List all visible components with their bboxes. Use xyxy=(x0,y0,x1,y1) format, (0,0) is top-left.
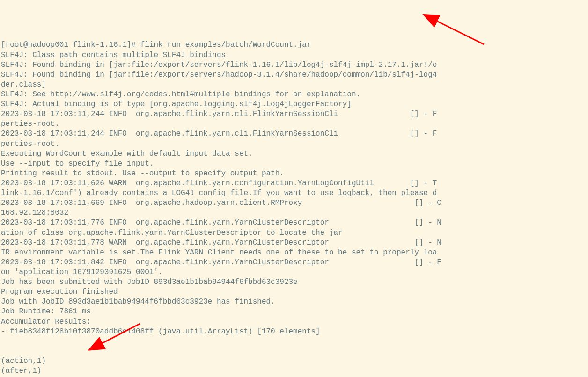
terminal-line: Program execution finished xyxy=(1,287,587,297)
terminal-line: link-1.16.1/conf') already contains a LO… xyxy=(1,188,587,198)
terminal-line: IR environment variable is set.The Flink… xyxy=(1,248,587,258)
terminal-line: Accumulator Results: xyxy=(1,317,587,327)
terminal-line: - f1eb8348f128b10f3870addb6e1408ff (java… xyxy=(1,327,587,337)
terminal-line: SLF4J: Found binding in [jar:file:/expor… xyxy=(1,60,587,70)
terminal-line: 2023-03-18 17:03:11,244 INFO org.apache.… xyxy=(1,129,587,139)
terminal-line: der.class] xyxy=(1,80,587,90)
terminal-line xyxy=(1,337,587,347)
terminal-line: 2023-03-18 17:03:11,626 WARN org.apache.… xyxy=(1,179,587,188)
terminal-line: SLF4J: Found binding in [jar:file:/expor… xyxy=(1,70,587,80)
terminal-line: 2023-03-18 17:03:11,842 INFO org.apache.… xyxy=(1,258,587,268)
terminal-line: Executing WordCount example with default… xyxy=(1,149,587,159)
terminal-line: Use --input to specify file input. xyxy=(1,159,587,169)
terminal-line: Job with JobID 893d3ae1b1bab94944f6fbbd6… xyxy=(1,297,587,307)
terminal-line: perties-root. xyxy=(1,119,587,129)
terminal-line: Job has been submitted with JobID 893d3a… xyxy=(1,277,587,287)
terminal-line: ation of class org.apache.flink.yarn.Yar… xyxy=(1,228,587,238)
terminal-line: SLF4J: Class path contains multiple SLF4… xyxy=(1,51,587,60)
terminal-line: (action,1) xyxy=(1,356,587,366)
terminal-line: on 'application_1679129391625_0001'. xyxy=(1,268,587,277)
terminal-line: Printing result to stdout. Use --output … xyxy=(1,169,587,179)
terminal-line: 168.92.128:8032 xyxy=(1,208,587,218)
terminal-output: [root@hadoop001 flink-1.16.1]# flink run… xyxy=(1,40,587,377)
terminal-line: perties-root. xyxy=(1,139,587,149)
terminal-line: (after,1) xyxy=(1,366,587,376)
terminal-line xyxy=(1,347,587,356)
terminal-line: 2023-03-18 17:03:11,669 INFO org.apache.… xyxy=(1,198,587,208)
terminal-line: 2023-03-18 17:03:11,244 INFO org.apache.… xyxy=(1,109,587,119)
terminal-line: Job Runtime: 7861 ms xyxy=(1,307,587,317)
terminal-line: 2023-03-18 17:03:11,778 WARN org.apache.… xyxy=(1,238,587,248)
terminal-line: SLF4J: See http://www.slf4j.org/codes.ht… xyxy=(1,90,587,100)
terminal-line: 2023-03-18 17:03:11,776 INFO org.apache.… xyxy=(1,218,587,228)
terminal-line: SLF4J: Actual binding is of type [org.ap… xyxy=(1,100,587,109)
terminal-line: [root@hadoop001 flink-1.16.1]# flink run… xyxy=(1,40,587,50)
